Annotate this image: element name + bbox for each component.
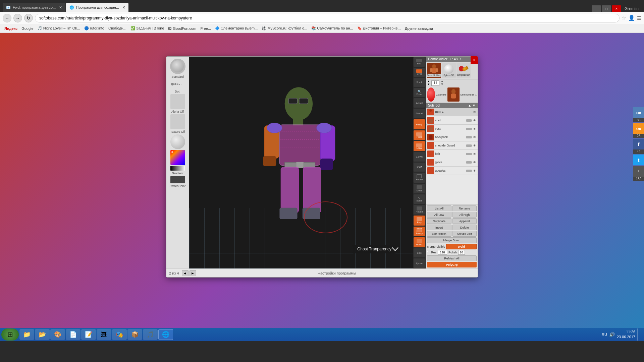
- bookmark-rutor[interactable]: 🔵 rutor.info :: Свободн...: [83, 25, 128, 31]
- persp-btn[interactable]: Persp: [414, 119, 425, 129]
- subtool-down-arrow[interactable]: ▼: [472, 104, 476, 107]
- user-icon[interactable]: 👤: [628, 15, 635, 21]
- transp-btn[interactable]: Transp: [414, 227, 425, 237]
- move-btn[interactable]: Move: [414, 184, 425, 194]
- polish-value[interactable]: 10: [458, 250, 465, 255]
- groups-split-btn[interactable]: Groups Split: [452, 231, 477, 237]
- bookmark-google[interactable]: Google: [20, 26, 35, 31]
- zoom-btn[interactable]: 🔍 Zoom: [414, 88, 425, 98]
- rename-btn[interactable]: Rename: [452, 205, 477, 211]
- subtool-item-demosoldier[interactable]: ▶ 👁: [426, 108, 478, 116]
- bookmark-distopia[interactable]: 🔖 Дистопия – Интерне...: [356, 25, 402, 31]
- floor-btn[interactable]: Floor: [414, 130, 425, 140]
- bookmark-elementary[interactable]: 🔷 Элементарно (Elem...: [213, 25, 259, 31]
- social-ok-btn[interactable]: ок: [633, 123, 644, 134]
- menu-icon[interactable]: ☰: [637, 15, 641, 21]
- lsym-btn[interactable]: L.Sym: [414, 152, 425, 162]
- insert-btn[interactable]: Insert: [427, 225, 451, 230]
- tab-close-1[interactable]: ×: [59, 5, 62, 10]
- social-share-btn[interactable]: +: [633, 166, 644, 177]
- subtool-up-arrow[interactable]: ▲: [468, 104, 471, 107]
- actual-btn[interactable]: Actual: [414, 98, 425, 108]
- tool-thumb-simplebrush[interactable]: SimpleBrush: [457, 63, 471, 78]
- rp-right-arrows[interactable]: ▲ ▼: [441, 80, 443, 86]
- spix-btn[interactable]: SPix: [414, 68, 425, 77]
- bookmark-myscore[interactable]: ⚽ MyScore.ru: футбол о...: [260, 25, 309, 31]
- poly-btn[interactable]: Poly: [414, 216, 425, 226]
- ghost-btn[interactable]: Ghost: [414, 237, 425, 247]
- weld-btn[interactable]: Weld: [446, 244, 477, 249]
- address-input[interactable]: [35, 14, 620, 22]
- bookmark-goodfon[interactable]: 🖼 GoodFon.com – Free...: [166, 26, 213, 31]
- modal-close-button[interactable]: ×: [471, 56, 478, 64]
- eye-subtool-1[interactable]: 👁: [473, 110, 476, 114]
- social-fb-btn[interactable]: f: [633, 139, 644, 149]
- scale-btn[interactable]: ⤡ Scale: [414, 194, 425, 204]
- taskbar-app-media[interactable]: 🎵: [143, 329, 158, 340]
- eye-subtool-5[interactable]: 👁: [473, 144, 476, 147]
- tab-inactive[interactable]: 📧 Fwd: программа для со... ×: [3, 3, 65, 12]
- color-picker[interactable]: [170, 150, 185, 165]
- bookmark-nightlovell[interactable]: 🎵 Night Lovell – I'm Ok...: [36, 25, 82, 31]
- eye-subtool-8[interactable]: 👁: [473, 169, 476, 173]
- rp-number-value[interactable]: 11: [431, 80, 439, 86]
- bookmark-other[interactable]: Другие закладки: [403, 26, 435, 31]
- rotate-btn[interactable]: Rotate: [414, 205, 425, 215]
- show-desktop-btn[interactable]: [637, 328, 640, 341]
- tool-thumb-sphere3d[interactable]: Sphere3D: [442, 63, 456, 78]
- remesh-all-btn[interactable]: ReMesh All: [427, 255, 477, 261]
- subtool-item-belt[interactable]: belt 👁: [426, 150, 478, 158]
- taskbar-app-3d[interactable]: 🎭: [112, 329, 127, 340]
- taskbar-app-archive[interactable]: 📦: [127, 329, 142, 340]
- scroll-btn[interactable]: Scroll: [414, 78, 425, 87]
- tab-close-2[interactable]: ×: [122, 5, 125, 10]
- subtool-item-vest[interactable]: vest 👁: [426, 125, 478, 133]
- local-btn[interactable]: Local: [414, 141, 425, 151]
- taskbar-app-paint[interactable]: 🎨: [50, 329, 65, 340]
- subtool-item-backpack[interactable]: backpack 👁: [426, 133, 478, 141]
- social-tw-btn[interactable]: t: [633, 155, 644, 165]
- bookmark-btone[interactable]: ✅ Задания | BTone: [129, 25, 166, 31]
- tab-active[interactable]: 🌐 Программы для создан... ×: [66, 3, 129, 12]
- subtool-item-shoulderguard[interactable]: shoulderGuard 👁: [426, 141, 478, 150]
- duplicate-btn[interactable]: Duplicate: [427, 218, 451, 224]
- eye-subtool-2[interactable]: 👁: [473, 119, 476, 122]
- append-btn[interactable]: Append: [452, 218, 477, 224]
- aahalf-btn[interactable]: AAHalf: [414, 109, 425, 119]
- all-low-btn[interactable]: All Low: [427, 212, 451, 218]
- merge-down-btn[interactable]: Merge Down: [427, 237, 477, 243]
- bird-btn[interactable]: Bird: [414, 57, 425, 67]
- subtool-item-glove[interactable]: glove 👁: [426, 158, 478, 167]
- start-button[interactable]: ⊞: [1, 328, 19, 341]
- taskbar-app-docx[interactable]: 📝: [81, 329, 96, 340]
- taskbar-app-word[interactable]: 📄: [66, 329, 80, 340]
- rp-num-arrows[interactable]: ▲ ▼: [427, 80, 430, 86]
- window-maximize[interactable]: □: [602, 5, 611, 12]
- delete-btn[interactable]: Delete: [452, 225, 477, 230]
- eye-subtool-4[interactable]: 👁: [473, 135, 476, 139]
- window-close[interactable]: ×: [612, 5, 621, 12]
- nav-back[interactable]: ←: [3, 14, 11, 22]
- social-vk-btn[interactable]: вк: [633, 107, 644, 118]
- nav-next-btn[interactable]: ►: [190, 270, 196, 276]
- all-high-btn[interactable]: All High: [452, 212, 477, 218]
- taskbar-app-browser[interactable]: 🌐: [158, 329, 173, 340]
- frame-btn[interactable]: Frame: [414, 173, 425, 183]
- nav-forward[interactable]: →: [13, 14, 22, 22]
- xyz-btn[interactable]: XYZ: [414, 163, 425, 172]
- eye-subtool-7[interactable]: 👁: [473, 161, 476, 164]
- taskbar-app-explorer[interactable]: 📂: [35, 329, 50, 340]
- split-hidden-btn[interactable]: Split Hidden: [427, 231, 451, 237]
- solo-btn[interactable]: Solo: [414, 248, 425, 258]
- nav-refresh[interactable]: ↻: [24, 14, 33, 22]
- tool-thumb-soldier[interactable]: DemoSoldier_: [427, 63, 441, 78]
- subtool-item-shirt[interactable]: shirt 👁: [426, 116, 478, 125]
- zsphere-thumb[interactable]: [427, 87, 435, 102]
- xpose-btn[interactable]: Xpose: [414, 258, 425, 268]
- eye-subtool-6[interactable]: 👁: [473, 152, 476, 156]
- polycgrp-btn[interactable]: PolyGrp: [427, 262, 477, 267]
- demosoldier-thumb2[interactable]: [447, 87, 460, 102]
- eye-subtool-3[interactable]: 👁: [473, 127, 476, 131]
- bookmark-star[interactable]: ☆: [622, 15, 626, 21]
- taskbar-volume[interactable]: 🔊: [609, 332, 615, 337]
